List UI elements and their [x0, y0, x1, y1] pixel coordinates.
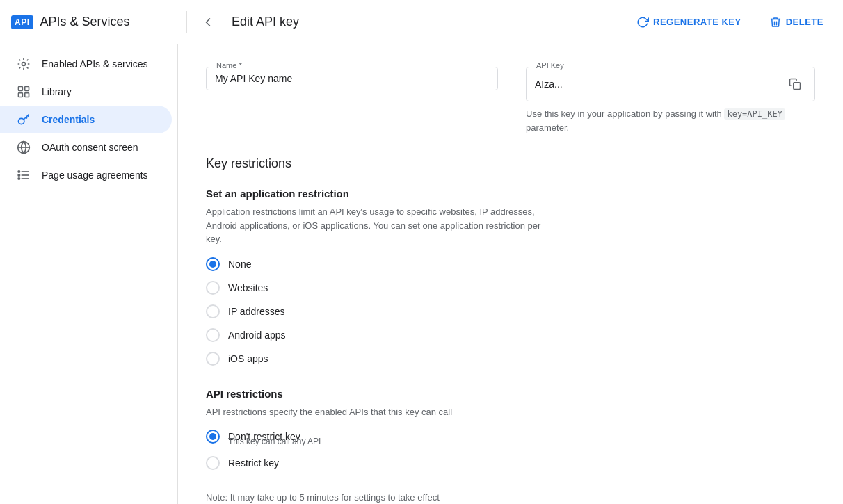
svg-rect-4 — [25, 93, 29, 97]
api-restriction-title: API restrictions — [206, 388, 815, 400]
radio-restrict-label: Restrict key — [228, 457, 279, 469]
key-icon — [17, 113, 31, 127]
sidebar-item-label: Enabled APIs & services — [42, 58, 148, 70]
name-field-group: Name * — [206, 67, 498, 134]
back-button[interactable] — [195, 10, 220, 35]
delete-button[interactable]: DELETE — [761, 10, 832, 34]
delete-label: DELETE — [786, 17, 824, 27]
section-title: Key restrictions — [206, 156, 815, 171]
radio-restrict-circle — [206, 456, 220, 470]
radio-websites-label: Websites — [228, 282, 268, 293]
svg-rect-14 — [794, 83, 801, 90]
app-restriction-title: Set an application restriction — [206, 188, 815, 200]
sidebar-item-oauth[interactable]: OAuth consent screen — [0, 133, 172, 161]
radio-ios-apps[interactable]: iOS apps — [206, 352, 815, 366]
radio-none-circle — [206, 257, 220, 271]
radio-none[interactable]: None — [206, 257, 815, 271]
radio-ip-label: IP addresses — [228, 306, 284, 317]
name-input[interactable] — [215, 73, 489, 84]
api-key-value: AIza... — [535, 79, 784, 90]
library-icon — [17, 85, 31, 99]
svg-rect-2 — [25, 87, 29, 91]
radio-none-label: None — [228, 259, 251, 270]
sidebar-item-label: Credentials — [42, 114, 95, 125]
sidebar-item-label: Page usage agreements — [42, 170, 148, 181]
radio-dont-restrict-circle — [206, 430, 220, 444]
back-icon — [201, 15, 215, 29]
svg-rect-1 — [19, 87, 23, 91]
api-key-container: API Key AIza... — [526, 67, 815, 101]
svg-point-13 — [18, 178, 20, 180]
sidebar-item-enabled-apis[interactable]: Enabled APIs & services — [0, 50, 172, 78]
grid-icon — [17, 57, 31, 71]
dont-restrict-sublabel: This key can call any API — [228, 437, 815, 446]
sidebar: Enabled APIs & services Library — [0, 44, 178, 504]
key-restrictions-section: Key restrictions Set an application rest… — [206, 156, 815, 504]
copy-api-key-button[interactable] — [784, 73, 806, 95]
list-icon — [17, 168, 31, 182]
name-field-container: Name * — [206, 67, 498, 90]
regenerate-key-button[interactable]: REGENERATE KEY — [628, 10, 750, 34]
radio-restrict-key[interactable]: Restrict key — [206, 456, 815, 470]
radio-android-apps[interactable]: Android apps — [206, 328, 815, 342]
sidebar-item-label: Library — [42, 86, 72, 97]
api-key-hint: Use this key in your application by pass… — [526, 107, 815, 134]
topbar-main: Edit API key REGENERATE KEY DELETE — [195, 10, 832, 35]
api-key-code: key=API_KEY — [724, 108, 785, 120]
svg-point-0 — [22, 63, 26, 66]
radio-ip-circle — [206, 304, 220, 318]
radio-ios-circle — [206, 352, 220, 366]
radio-android-label: Android apps — [228, 330, 286, 341]
delete-icon — [769, 16, 782, 29]
topbar: API APIs & Services Edit API key REGENER… — [0, 0, 843, 44]
topbar-divider — [186, 11, 187, 33]
app-logo-area: API APIs & Services — [11, 15, 178, 29]
radio-android-circle — [206, 328, 220, 342]
api-restriction-desc: API restrictions specify the enabled API… — [206, 405, 554, 419]
api-logo: API — [11, 15, 33, 29]
page-title: Edit API key — [232, 15, 299, 29]
oauth-icon — [17, 140, 31, 154]
api-radio-dont-restrict-group: Don't restrict key This key can call any… — [206, 430, 815, 446]
svg-point-12 — [18, 174, 20, 177]
sidebar-item-page-usage[interactable]: Page usage agreements — [0, 161, 172, 189]
main-content: Name * API Key AIza... Use this — [178, 44, 843, 504]
app-title: APIs & Services — [40, 15, 130, 29]
api-key-label: API Key — [533, 61, 567, 70]
svg-point-11 — [18, 171, 20, 173]
app-restriction-radio-group: None Websites IP addresses Android apps … — [206, 257, 815, 366]
note-text: Note: It may take up to 5 minutes for se… — [206, 492, 815, 503]
api-restriction-radio-group: Don't restrict key This key can call any… — [206, 430, 815, 470]
radio-websites-circle — [206, 281, 220, 295]
copy-icon — [789, 78, 801, 90]
app-restriction-desc: Application restrictions limit an API ke… — [206, 205, 554, 246]
sidebar-item-credentials[interactable]: Credentials — [0, 106, 172, 133]
radio-websites[interactable]: Websites — [206, 281, 815, 295]
radio-ios-label: iOS apps — [228, 353, 268, 364]
regenerate-key-label: REGENERATE KEY — [653, 17, 741, 27]
sidebar-item-library[interactable]: Library — [0, 78, 172, 106]
regenerate-icon — [636, 16, 649, 29]
form-row-top: Name * API Key AIza... Use this — [206, 67, 815, 134]
sidebar-item-label: OAuth consent screen — [42, 142, 138, 153]
name-label: Name * — [214, 61, 245, 70]
api-key-field-group: API Key AIza... Use this key in your app… — [526, 67, 815, 134]
layout: Enabled APIs & services Library — [0, 44, 843, 504]
radio-ip-addresses[interactable]: IP addresses — [206, 304, 815, 318]
svg-rect-3 — [19, 93, 23, 97]
